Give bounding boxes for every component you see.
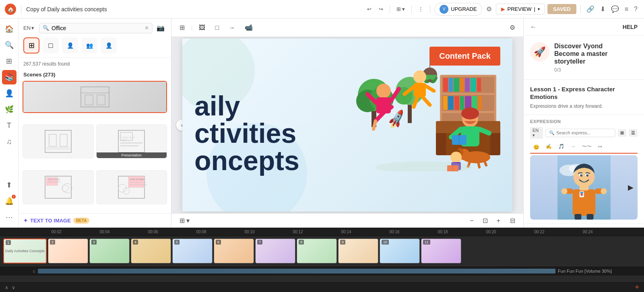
canvas-grid-button[interactable]: ⊞ (176, 22, 188, 33)
scene-thumb-5[interactable]: CASE STUDIES BEST PRACTICES OF SUCCESSFU… (96, 170, 167, 204)
sidebar-icon-media[interactable]: ⊞ (2, 54, 17, 68)
timeline-collapse-button[interactable]: ∧ (5, 285, 8, 290)
zoom-fit-button[interactable]: ⊡ (479, 215, 491, 226)
subtitles-icon[interactable]: ≡ (623, 4, 630, 14)
canvas-settings-button[interactable]: ⚙ (506, 22, 518, 33)
more-button[interactable]: ⋮ (416, 4, 426, 14)
svg-rect-11 (120, 145, 138, 146)
svg-rect-39 (448, 96, 454, 110)
filter-tab-square[interactable]: □ (43, 37, 59, 53)
sidebar-icon-props[interactable]: 🌿 (2, 102, 17, 117)
filter-tab-grid[interactable]: ⊞ (23, 37, 39, 53)
sidebar-icon-search[interactable]: 🔍 (2, 38, 17, 52)
home-button[interactable]: 🏠 (5, 4, 16, 15)
sidebar-icon-library[interactable]: 📚 (2, 70, 17, 84)
comments-icon[interactable]: 💬 (609, 4, 621, 14)
panel-toggle-button[interactable]: ⊟ (507, 215, 518, 226)
zoom-in-button[interactable]: + (493, 216, 504, 226)
ruler-mark: 00:10 (225, 230, 274, 234)
canvas-arrow-button[interactable]: → (225, 23, 238, 33)
ruler-mark: 00:04 (80, 230, 129, 234)
settings-button[interactable]: ⚙ (485, 4, 493, 14)
expr-tab-end[interactable]: ↦ (595, 142, 605, 151)
discover-title: Discover Vyond (554, 42, 638, 50)
layout-toggle-button[interactable]: ⊞ ▾ (176, 215, 193, 226)
redo-button[interactable]: ↪ (376, 4, 386, 14)
preview-button[interactable]: ▶ PREVIEW | ▾ (496, 4, 545, 14)
canvas-image-button[interactable]: 🖼 (196, 23, 208, 33)
timeline-expand-button[interactable]: ∨ (12, 285, 15, 290)
svg-rect-80 (414, 83, 426, 97)
expr-grid-view-button[interactable]: ⊞ (618, 129, 626, 137)
sidebar-icon-audio[interactable]: ♫ (2, 134, 17, 149)
timeline-slide-9[interactable]: 9 (338, 239, 378, 263)
lesson-title: Lesson 1 - Express Character Emotions (530, 85, 638, 101)
timeline-slide-5[interactable]: 5 (172, 239, 213, 263)
document-title: Copy of Daily activities concepts (26, 6, 361, 12)
canvas-toolbar: ⊞ | 🖼 □ → 📹 ⚙ (171, 19, 523, 37)
timeline-slide-3[interactable]: 3 (89, 239, 130, 263)
add-scene-button[interactable]: + (635, 283, 639, 292)
upgrade-button[interactable]: V UPGRADE (434, 3, 482, 16)
expr-tab-2[interactable]: ✍ (543, 142, 555, 151)
sidebar-icon-characters[interactable]: 👤 (2, 86, 17, 101)
expr-lang-selector[interactable]: EN ▾ (530, 127, 543, 139)
divider (411, 5, 412, 13)
saved-button[interactable]: SAVED (547, 4, 576, 14)
timeline-slide-10[interactable]: 10 (380, 239, 420, 263)
dropdown-icon: ▾ (538, 7, 540, 11)
sidebar-icon-upload[interactable]: ⬆ (2, 178, 17, 192)
search-clear-button[interactable]: ✕ (144, 25, 149, 31)
undo-button[interactable]: ↩ (365, 4, 374, 14)
share-icon[interactable]: 🔗 (585, 4, 596, 14)
svg-text:HERE: HERE (121, 139, 127, 142)
audio-label: Fun Fun Fun [Volume 30%] (558, 269, 612, 273)
zoom-controls: − ⊡ + (466, 215, 504, 226)
expressions-list: Angry Crying Desperate Happy Laughing Ne… (524, 224, 644, 228)
ruler-mark: 00:20 (467, 230, 515, 234)
timeline-slide-6[interactable]: 6 (214, 239, 254, 263)
expr-tab-active[interactable]: 😊 (530, 142, 543, 154)
expr-tab-arrow[interactable]: → (568, 142, 579, 151)
expr-tab-wave[interactable]: 〜〜 (579, 142, 595, 151)
help-icon[interactable]: ? (632, 4, 639, 14)
scene-thumb-1[interactable] (23, 81, 167, 113)
topbar: 🏠 Copy of Daily activities concepts ↩ ↪ … (0, 0, 644, 19)
filter-tabs: ⊞ □ 👤 👥 👤 (23, 37, 166, 53)
expr-list-view-button[interactable]: ☰ (629, 129, 638, 137)
filter-tab-person1[interactable]: 👤 (62, 37, 78, 53)
expr-tab-3[interactable]: 🎵 (555, 142, 568, 151)
svg-point-99 (561, 188, 567, 194)
back-button[interactable]: ← (530, 23, 537, 31)
sidebar-icon-scenes[interactable]: 🏠 (2, 22, 17, 36)
canvas-shape-button[interactable]: □ (212, 23, 222, 33)
scene-thumb-4[interactable]: ADD A TITLE ADD A SUBTITLE (23, 170, 94, 204)
lang-selector[interactable]: EN ▾ (23, 25, 34, 31)
expression-panel: EXPRESSION EN ▾ 🔍 ⊞ ☰ 😊 ✍ 🎵 → 〜〜 ↦ (524, 115, 644, 224)
filter-tab-person3[interactable]: 👤 (101, 37, 117, 53)
canvas-video-button[interactable]: 📹 (242, 22, 256, 33)
sidebar-icon-notifications[interactable]: 🔔 ! (2, 194, 17, 208)
timeline-slide-4[interactable]: 4 (131, 239, 171, 263)
svg-point-18 (62, 183, 72, 193)
search-input[interactable] (52, 25, 142, 31)
sidebar-icon-text[interactable]: T (2, 118, 17, 133)
camera-search-button[interactable]: 📷 (155, 23, 166, 33)
sidebar-icon-more[interactable]: ⋯ (2, 210, 17, 224)
svg-rect-2 (85, 95, 93, 105)
timeline-slide-1[interactable]: 1 Daily Activities Concepts (3, 239, 47, 263)
timeline-slide-8[interactable]: 8 (297, 239, 337, 263)
layers-button[interactable]: ⊞ ▾ (394, 4, 408, 14)
audio-waveform[interactable] (38, 269, 555, 273)
expr-search-input[interactable] (556, 130, 612, 135)
download-icon[interactable]: ⬇ (599, 4, 607, 14)
timeline-slide-7[interactable]: 7 (255, 239, 295, 263)
timeline-slide-11[interactable]: 11 (421, 239, 461, 263)
text-to-image-section[interactable]: ✦ TEXT TO IMAGE BETA (19, 213, 171, 228)
scene-thumb-3[interactable]: YOUR TEXT HERE Presentation (96, 124, 167, 158)
zoom-out-button[interactable]: − (466, 216, 477, 226)
timeline-slide-2[interactable]: 2 (48, 239, 88, 263)
progress-indicator: 0/3 (554, 67, 638, 73)
filter-tab-person2[interactable]: 👥 (81, 37, 97, 53)
scene-thumb-2[interactable] (23, 124, 94, 158)
